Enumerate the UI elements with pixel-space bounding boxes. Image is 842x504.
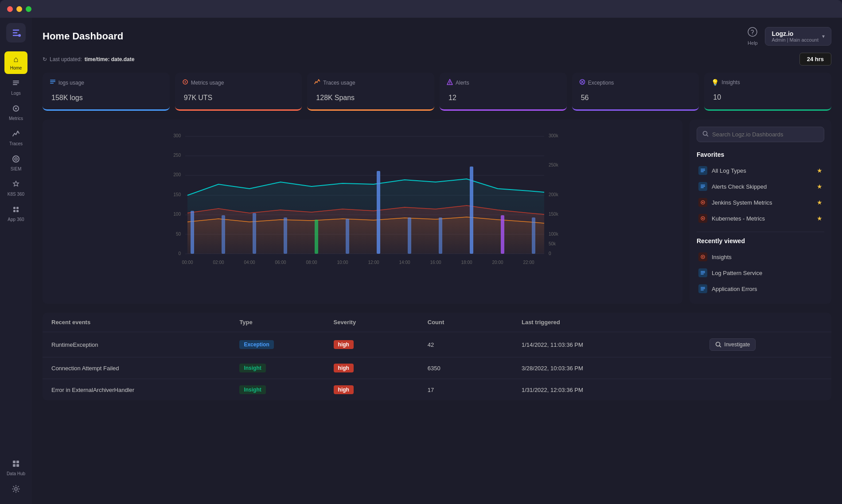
svg-point-18 [15,488,17,490]
svg-point-1 [18,34,21,37]
svg-text:18:00: 18:00 [461,260,472,265]
svg-point-80 [702,202,704,203]
metric-label-exceptions: Exceptions [579,79,692,86]
panel-divider [697,232,824,232]
metric-card-traces[interactable]: Traces usage 128KSpans [307,73,434,111]
chevron-down-icon: ▾ [822,33,825,39]
svg-text:0: 0 [178,251,181,256]
recent-label-app-errors: Application Errors [712,286,757,292]
settings-icon [12,485,20,495]
metric-card-alerts[interactable]: Alerts 12 [440,73,567,111]
metric-label-alerts: Alerts [447,79,560,86]
type-badge-1: Insight [239,364,265,372]
dashboard-search-input[interactable] [712,131,819,138]
recently-viewed-title: Recently viewed [697,237,824,244]
svg-rect-74 [701,170,705,171]
event-triggered-2: 1/31/2022, 12:03:36 PM [522,387,709,393]
maximize-button[interactable] [26,6,31,12]
type-badge-0: Exception [239,340,273,349]
th-event: Recent events [51,319,239,326]
svg-rect-23 [50,83,54,84]
favorite-item-all-log-types[interactable]: All Log Types ★ [697,163,824,178]
insights-card-icon: 💡 [711,79,719,86]
chart-container: 300 250 200 150 100 50 0 300k 250k 200k … [43,120,682,304]
svg-text:04:00: 04:00 [244,260,255,265]
svg-rect-57 [470,167,473,254]
recent-item-insights[interactable]: Insights [697,249,824,265]
svg-rect-10 [13,207,16,209]
event-triggered-0: 1/14/2022, 11:03:36 PM [522,341,709,348]
metric-card-insights[interactable]: 💡 Insights 10 [704,73,831,111]
svg-text:200k: 200k [549,192,559,197]
sidebar-item-home[interactable]: ⌂ Home [4,51,27,74]
sidebar-item-logs[interactable]: Logs [4,76,27,99]
last-updated-bar: ↻ Last updated: time/time: date.date 24 … [43,53,831,66]
svg-rect-48 [191,211,194,254]
svg-text:50k: 50k [549,241,556,246]
minimize-button[interactable] [16,6,22,12]
event-name-2: Error in ExternalArchiverHandler [51,387,239,393]
metrics-icon-badge-2 [698,198,707,207]
svg-rect-2 [13,81,19,81]
logpattern-icon-badge [698,268,707,277]
svg-text:16:00: 16:00 [430,260,441,265]
svg-text:150k: 150k [549,212,559,217]
help-button[interactable]: Help [747,27,758,46]
svg-rect-75 [701,171,704,172]
investigate-button-0[interactable]: Investigate [709,338,756,351]
svg-text:100k: 100k [549,232,559,236]
event-severity-0: high [334,340,428,349]
event-severity-2: high [334,385,428,394]
sidebar-label-app360: App 360 [8,217,24,222]
recent-item-log-pattern[interactable]: Log Pattern Service [697,265,824,281]
page-title: Home Dashboard [43,31,123,42]
help-label: Help [748,40,758,46]
sidebar-item-traces[interactable]: Traces [4,126,27,150]
refresh-icon: ↻ [43,56,47,62]
metric-card-metrics[interactable]: Metrics usage 97KUTS [175,73,302,111]
sidebar-label-logs: Logs [11,91,21,96]
recent-item-app-errors[interactable]: Application Errors [697,281,824,297]
siem-icon [12,155,20,165]
svg-rect-89 [701,288,705,289]
svg-text:200: 200 [173,172,181,177]
th-last-triggered: Last triggered [522,319,709,326]
traces-icon [12,130,20,140]
metric-card-logs[interactable]: logs usage 158Klogs [43,73,170,111]
event-name-0: RuntimeException [51,341,239,348]
dashboard-panel: Favorites All Log Types [690,120,831,304]
metric-label-traces: Traces usage [314,79,427,86]
account-badge[interactable]: Logz.io Admin | Main account ▾ [765,27,831,46]
event-count-2: 17 [428,387,522,393]
svg-rect-52 [315,220,318,254]
favorite-label-0: All Log Types [712,167,746,174]
star-icon-1: ★ [817,183,823,190]
sidebar-item-app360[interactable]: App 360 [4,202,27,225]
time-filter-button[interactable]: 24 hrs [799,53,831,66]
svg-rect-3 [13,82,19,83]
svg-rect-15 [16,461,19,463]
sidebar-item-k8s360[interactable]: K8S 360 [4,177,27,200]
sidebar-bottom: Data Hub [4,456,27,499]
sidebar-item-datahub[interactable]: Data Hub [4,456,27,480]
alerts-card-icon [447,79,453,86]
table-row: Error in ExternalArchiverHandler Insight… [43,379,831,400]
close-button[interactable] [7,6,13,12]
app-layout: ⌂ Home Logs Metrics [0,18,842,504]
svg-rect-55 [408,217,411,254]
sidebar-item-siem[interactable]: SIEM [4,151,27,175]
svg-rect-14 [13,461,16,463]
svg-text:06:00: 06:00 [275,260,286,265]
svg-text:300k: 300k [549,133,559,138]
metric-card-exceptions[interactable]: Exceptions 56 [572,73,699,111]
dashboard-search-box[interactable] [697,127,824,142]
favorite-item-alerts-check-skipped[interactable]: Alerts Check Skipped ★ [697,178,824,194]
metric-label-metrics: Metrics usage [182,79,295,86]
recently-viewed-list: Insights Log Patt [697,249,824,297]
sidebar-item-settings[interactable] [4,481,27,499]
sidebar-item-metrics[interactable]: Metrics [4,101,27,124]
th-action [709,319,823,326]
favorite-item-jenkins[interactable]: Jenkins System Metrics ★ [697,194,824,210]
svg-rect-73 [701,169,705,170]
favorite-item-kubernetes[interactable]: Kubernetes - Metrics ★ [697,210,824,226]
